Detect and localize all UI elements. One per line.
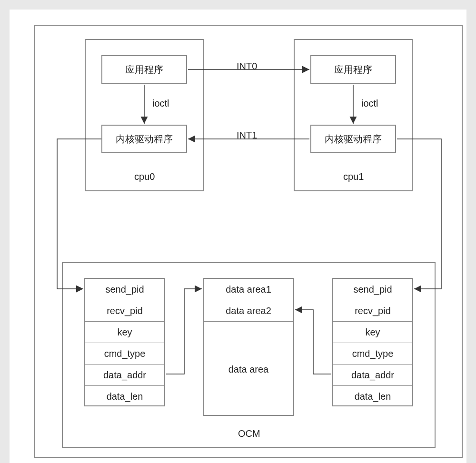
cpu0-ioctl-label: ioctl	[152, 98, 169, 109]
ocm-label: OCM	[238, 428, 260, 439]
cpu0-label: cpu0	[134, 171, 153, 182]
right-recv-pid: recv_pid	[333, 300, 412, 322]
left-key: key	[85, 322, 164, 343]
data-area1: data area1	[204, 279, 293, 300]
data-area2: data area2	[204, 300, 293, 322]
data-area: data area	[204, 322, 293, 417]
left-recv-pid: recv_pid	[85, 300, 164, 322]
cpu1-app-box: 应用程序	[310, 55, 396, 84]
right-data-addr: data_addr	[333, 364, 412, 386]
left-send-pid: send_pid	[85, 279, 164, 300]
ocm-right-col: send_pid recv_pid key cmd_type data_addr…	[332, 278, 413, 406]
int1-label: INT1	[237, 130, 257, 141]
cpu0-driver-box: 内核驱动程序	[101, 125, 187, 153]
cpu1-label: cpu1	[343, 171, 362, 182]
right-data-len: data_len	[333, 386, 412, 407]
cpu1-driver-box: 内核驱动程序	[310, 125, 396, 153]
right-key: key	[333, 322, 412, 343]
ocm-data-area-col: data area1 data area2 data area	[203, 278, 294, 416]
left-data-addr: data_addr	[85, 364, 164, 386]
left-cmd-type: cmd_type	[85, 343, 164, 364]
diagram-canvas: 应用程序 内核驱动程序 ioctl cpu0 应用程序 内核驱动程序 ioctl…	[10, 10, 466, 463]
cpu1-ioctl-label: ioctl	[361, 98, 378, 109]
left-data-len: data_len	[85, 386, 164, 407]
ocm-left-col: send_pid recv_pid key cmd_type data_addr…	[84, 278, 165, 406]
cpu0-app-box: 应用程序	[101, 55, 187, 84]
int0-label: INT0	[237, 61, 257, 72]
right-cmd-type: cmd_type	[333, 343, 412, 364]
right-send-pid: send_pid	[333, 279, 412, 300]
